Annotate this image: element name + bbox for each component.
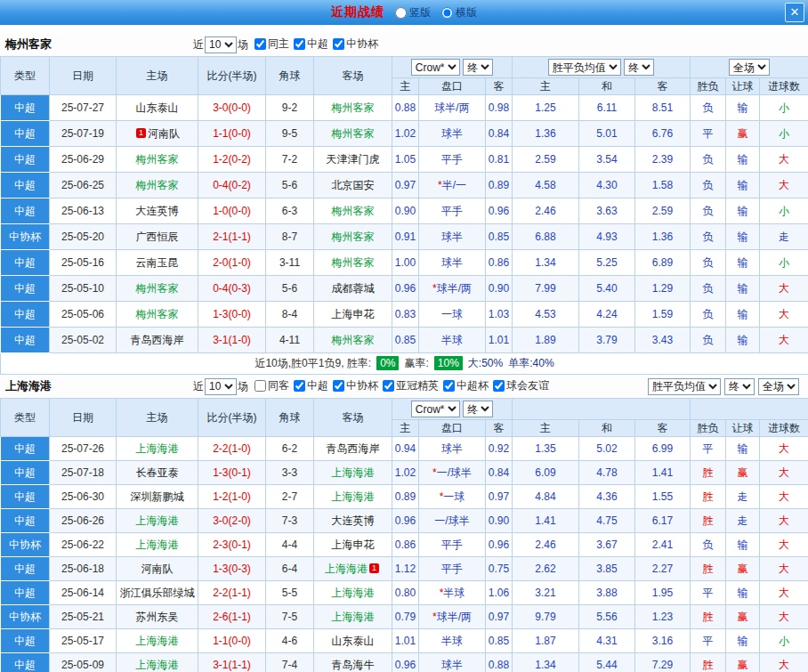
lose-odds-cell: 3.16 — [635, 629, 691, 653]
goals-cell: 大 — [760, 557, 808, 581]
home-team-cell: 梅州客家 — [117, 276, 198, 302]
layout-radio-vertical[interactable]: 竖版 — [395, 5, 431, 20]
draw-odds-cell: 3.79 — [579, 328, 635, 353]
away-odds-cell: 0.90 — [486, 509, 513, 533]
col-header-home: 主场 — [117, 399, 198, 437]
checkbox-input[interactable] — [294, 380, 305, 392]
result-cell: 平 — [691, 121, 726, 147]
team-label: 苏州东吴 — [136, 611, 179, 623]
win-odds-cell: 1.34 — [513, 653, 579, 672]
score-cell: 3-1(1-1) — [198, 653, 266, 672]
corners-cell: 4-4 — [266, 533, 314, 557]
checkbox-input[interactable] — [333, 380, 344, 392]
europe-odds-select[interactable]: 胜平负均值 — [548, 59, 621, 76]
filter-checkbox[interactable]: 中超 — [294, 36, 328, 52]
odds-company-select[interactable]: Crow* — [411, 59, 460, 76]
home-team-cell: 苏州东吴 — [117, 605, 198, 629]
filter-checkbox[interactable]: 中超 — [294, 378, 328, 393]
goals-cell: 大 — [760, 581, 808, 605]
close-icon[interactable]: ✕ — [785, 3, 804, 22]
result-cell: 负 — [691, 147, 726, 173]
result-cell: 负 — [691, 95, 726, 121]
summary-row: 近10场,胜0平1负9, 胜率:0%赢率:10%大:50%单率:40% — [1, 353, 808, 375]
date-cell: 25-05-02 — [50, 328, 117, 353]
lose-odds-cell: 6.76 — [635, 121, 691, 147]
odds-state-select[interactable]: 终 — [463, 401, 493, 417]
match-row: 中超25-06-14浙江俱乐部绿城2-2(1-1)5-5上海海港0.80*半球1… — [1, 581, 808, 605]
layout-radio-horizontal[interactable]: 横版 — [441, 5, 477, 20]
checkbox-input[interactable] — [255, 38, 266, 50]
handicap-result-cell: 输 — [726, 250, 760, 276]
date-cell: 25-05-09 — [50, 653, 117, 672]
radio-vertical-input[interactable] — [395, 7, 407, 19]
checkbox-input[interactable] — [255, 380, 266, 392]
scope-select[interactable]: 全场 — [758, 378, 799, 395]
win-odds-cell: 1.35 — [513, 437, 579, 461]
away-team-cell: 梅州客家 — [314, 328, 392, 353]
type-cell: 中超 — [1, 173, 50, 198]
col-header-date: 日期 — [50, 57, 117, 95]
draw-odds-cell: 4.75 — [579, 509, 635, 533]
goals-cell: 小 — [760, 95, 808, 121]
lose-odds-cell: 2.41 — [635, 533, 691, 557]
handicap-result-cell: 输 — [726, 173, 760, 198]
match-row: 中超25-06-18河南队1-3(0-3)6-4上海海港11.12平手0.752… — [1, 557, 808, 581]
red-card-badge-icon: 1 — [369, 563, 379, 573]
away-odds-cell: 0.90 — [486, 276, 513, 302]
lose-odds-cell: 2.27 — [635, 557, 691, 581]
col-header-handicap: 盘口 — [419, 420, 486, 437]
date-cell: 25-07-18 — [50, 461, 117, 485]
col-header-odds-home: 主 — [392, 420, 419, 437]
team-label: 青岛西海岸 — [131, 334, 184, 346]
win-odds-cell: 7.99 — [513, 276, 579, 302]
checkbox-input[interactable] — [333, 38, 344, 50]
away-team-cell: 梅州客家 — [314, 95, 392, 121]
games-count-select[interactable]: 10 — [205, 36, 237, 53]
filter-checkbox[interactable]: 亚冠精英 — [383, 378, 439, 393]
meizhou-results-table: 类型 日期 主场 比分(半场) 角球 客场 Crow* 终 胜平负均值 终 全场… — [0, 56, 808, 375]
result-cell: 负 — [691, 250, 726, 276]
result-cell: 平 — [691, 629, 726, 653]
odds-company-select[interactable]: Crow* — [411, 401, 460, 417]
europe-odds-state-select[interactable]: 终 — [624, 59, 654, 76]
handicap-result-cell: 赢 — [726, 461, 760, 485]
europe-odds-state-select[interactable]: 终 — [724, 378, 755, 395]
result-cell: 胜 — [691, 557, 726, 581]
handicap-star: * — [432, 611, 437, 623]
filter-checkbox[interactable]: 中协杯 — [333, 378, 378, 393]
col-header-date: 日期 — [50, 399, 117, 437]
win-odds-cell: 2.46 — [513, 198, 579, 224]
games-label: 场 — [238, 379, 248, 394]
home-team-cell: 上海海港 — [117, 437, 198, 461]
match-row: 中协杯25-05-20广西恒辰2-1(1-1)8-7梅州客家0.91球半0.85… — [1, 224, 808, 250]
odds-state-select[interactable]: 终 — [463, 59, 493, 76]
home-odds-cell: 0.88 — [392, 95, 419, 121]
filter-checkbox[interactable]: 球会友谊 — [493, 378, 549, 393]
filter-checkbox[interactable]: 中协杯 — [333, 36, 378, 52]
team-name: 上海海港 — [5, 378, 52, 394]
result-group: 全场 — [691, 57, 808, 78]
games-count-select[interactable]: 10 — [205, 378, 237, 395]
europe-odds-select[interactable]: 胜平负均值 — [648, 378, 721, 395]
home-odds-cell: 0.86 — [392, 533, 419, 557]
scope-select[interactable]: 全场 — [729, 59, 770, 76]
handicap-star: * — [432, 466, 437, 479]
filter-checkbox[interactable]: 同客 — [255, 378, 289, 393]
draw-odds-cell: 4.93 — [579, 224, 635, 250]
filter-checkbox[interactable]: 同主 — [255, 36, 289, 52]
checkbox-input[interactable] — [493, 380, 505, 392]
home-team-cell: 上海海港 — [117, 653, 198, 672]
checkbox-input[interactable] — [294, 38, 305, 50]
score-cell: 0-4(0-2) — [198, 173, 266, 198]
home-team-cell: 梅州客家 — [117, 173, 198, 198]
corners-cell: 7-4 — [266, 653, 314, 672]
handicap-result-cell: 赢 — [726, 653, 760, 672]
col-header-draw: 和 — [579, 420, 635, 437]
lose-odds-cell: 6.99 — [635, 437, 691, 461]
away-team-cell: 上海申花 — [314, 302, 392, 328]
radio-horizontal-input[interactable] — [441, 7, 453, 19]
filter-checkbox[interactable]: 中超杯 — [443, 378, 489, 393]
checkbox-input[interactable] — [443, 380, 455, 392]
checkbox-input[interactable] — [383, 380, 394, 392]
filter-bar: 近 10 场 同主中超中协杯 — [192, 36, 379, 53]
